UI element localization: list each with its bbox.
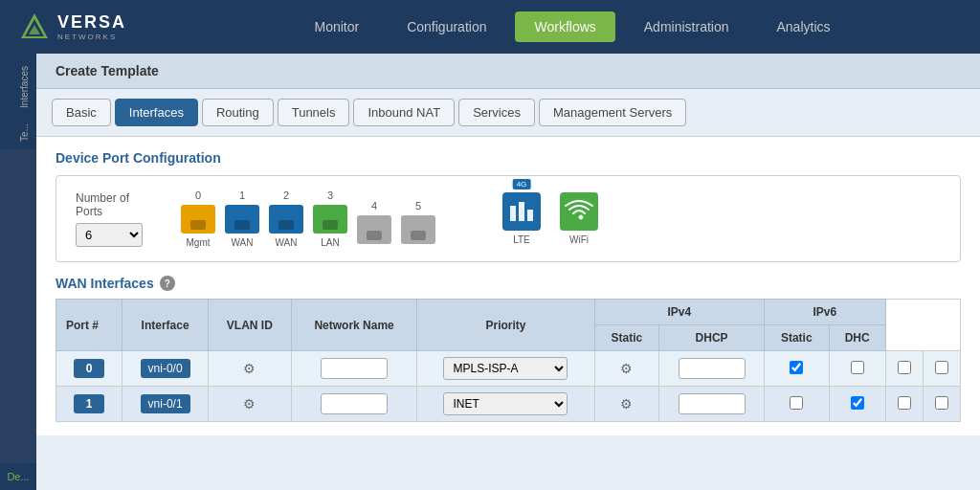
tab-services[interactable]: Services [458,99,535,126]
row0-ipv6-dhcp-checkbox[interactable] [935,361,948,374]
row1-ipv4-static [764,387,829,422]
row1-gear-icon[interactable]: ⚙ [243,396,256,412]
panel-tabs: Basic Interfaces Routing Tunnels Inbound… [36,89,980,137]
wifi-item: WiFi [560,192,598,245]
4g-badge: 4G [513,179,531,189]
tab-interfaces[interactable]: Interfaces [115,99,198,126]
row1-ipv4-static-checkbox[interactable] [790,396,803,410]
row0-priority-gear-icon[interactable]: ⚙ [620,361,633,376]
row0-port-badge: 0 [74,359,104,378]
nav-workflows[interactable]: Workflows [515,11,614,42]
tab-tunnels[interactable]: Tunnels [278,99,350,126]
row0-priority-gear[interactable]: ⚙ [594,351,659,387]
row0-network-select[interactable]: MPLS-ISP-A INET Other [443,357,568,380]
nav-analytics[interactable]: Analytics [757,11,849,42]
versa-logo-icon [19,11,50,42]
row1-ipv6-static-checkbox[interactable] [898,396,911,410]
wifi-icon [560,192,598,231]
row1-network-select[interactable]: INET MPLS-ISP-A Other [443,392,568,415]
row1-ipv6-dhcp-checkbox[interactable] [935,396,948,410]
wan-interfaces-title: WAN Interfaces ? [56,276,961,291]
device-port-section: Device Port Configuration Number of Port… [36,137,980,276]
row0-port: 0 [56,351,122,387]
port-5-icon [401,215,435,244]
row1-ipv4-dhcp-checkbox[interactable] [851,396,864,410]
row0-ipv4-dhcp-checkbox[interactable] [851,361,864,374]
port-1-icon [225,205,259,234]
col-ipv6: IPv6 [764,300,885,325]
col-ipv4: IPv4 [594,300,764,325]
content-area: Create Template Basic Interfaces Routing… [36,54,980,490]
col-interface: Interface [122,300,209,351]
wan-interfaces-section: WAN Interfaces ? Port # Interface VLAN I… [36,276,980,435]
port-config-box: Number of Ports 6 123 4578 0 [56,175,961,262]
tab-basic[interactable]: Basic [52,99,111,126]
col-ipv6-static: Static [764,325,829,351]
svg-rect-3 [510,206,516,221]
row0-ipv6-static-checkbox[interactable] [898,361,911,374]
port-5: 5 [401,200,435,248]
port-0: 0 Mgmt [181,189,215,248]
wireless-icons-area: 4G LTE [502,192,598,245]
svg-rect-5 [527,210,533,221]
sidebar-tab-te[interactable]: Te... [0,116,36,149]
port-1: 1 WAN [225,189,259,248]
row1-ipv6-dhcp [923,387,960,422]
row0-vlan-input[interactable] [321,358,388,379]
port-3: 3 LAN [313,189,347,248]
panel-header: Create Template [36,54,980,89]
row1-vlan [291,387,417,422]
row0-ipv4-static-checkbox[interactable] [790,361,803,374]
wan-info-icon[interactable]: ? [160,276,175,291]
row1-priority-field[interactable] [679,393,746,414]
sidebar-tab-interfaces[interactable]: Interfaces [0,58,36,116]
row0-gear-icon[interactable]: ⚙ [243,361,256,376]
row1-iface-badge: vni-0/1 [141,394,190,413]
row1-port-badge: 1 [74,394,104,413]
col-priority: Priority [417,300,594,351]
col-ipv4-static: Static [594,325,659,351]
row1-interface: vni-0/1 [122,387,209,422]
col-vlan: VLAN ID [208,300,291,351]
row0-interface: vni-0/0 [122,351,209,387]
nav-monitor[interactable]: Monitor [296,11,379,42]
col-port: Port # [56,300,122,351]
row1-priority-input [659,387,765,422]
col-network: Network Name [291,300,417,351]
tab-management-servers[interactable]: Management Servers [539,99,686,126]
header: VERSA NETWORKS Monitor Configuration Wor… [0,0,980,54]
row1-port: 1 [56,387,122,422]
row1-vlan-input[interactable] [321,393,388,414]
row0-network: MPLS-ISP-A INET Other [417,351,594,387]
wifi-label: WiFi [569,234,589,245]
row1-ipv4-dhcp [829,387,885,422]
lte-rel: 4G [502,192,541,231]
row0-ipv4-static [764,351,829,387]
row0-ipv6-dhcp [923,351,960,387]
row1-gear[interactable]: ⚙ [208,387,291,422]
logo-sub: NETWORKS [57,33,126,41]
port-4: 4 [357,200,391,248]
sidebar: Interfaces Te... De... [0,54,36,490]
row1-priority-gear-icon[interactable]: ⚙ [620,396,633,412]
port-0-icon [181,205,215,234]
col-ipv4-dhcp: DHCP [659,325,765,351]
col-ipv6-dhcp: DHC [829,325,885,351]
port-3-icon [313,205,347,234]
logo-title: VERSA [57,12,126,32]
panel-title: Create Template [56,63,159,78]
logo-area: VERSA NETWORKS [19,11,126,42]
row1-priority-gear[interactable]: ⚙ [594,387,659,422]
lte-label: LTE [513,234,530,245]
port-count-label: Number of Ports [76,191,152,218]
row1-network: INET MPLS-ISP-A Other [417,387,594,422]
row0-gear[interactable]: ⚙ [208,351,291,387]
row0-priority-input [659,351,765,387]
row0-priority-field[interactable] [679,358,746,379]
port-count-select[interactable]: 6 123 4578 [76,223,143,247]
nav-configuration[interactable]: Configuration [388,11,505,42]
tab-routing[interactable]: Routing [202,99,274,126]
nav-administration[interactable]: Administration [625,11,748,42]
tab-inbound-nat[interactable]: Inbound NAT [353,99,455,126]
svg-rect-4 [519,202,524,221]
